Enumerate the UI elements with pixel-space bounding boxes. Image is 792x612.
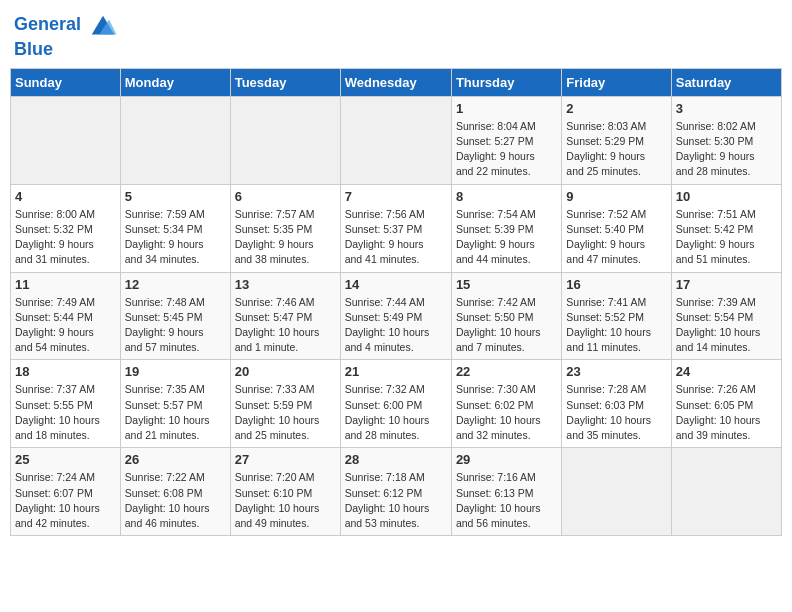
weekday-header-monday: Monday <box>120 68 230 96</box>
calendar-week-3: 11Sunrise: 7:49 AMSunset: 5:44 PMDayligh… <box>11 272 782 360</box>
calendar-header: SundayMondayTuesdayWednesdayThursdayFrid… <box>11 68 782 96</box>
calendar-cell: 12Sunrise: 7:48 AMSunset: 5:45 PMDayligh… <box>120 272 230 360</box>
calendar-cell: 21Sunrise: 7:32 AMSunset: 6:00 PMDayligh… <box>340 360 451 448</box>
day-info: Sunrise: 7:22 AMSunset: 6:08 PMDaylight:… <box>125 470 226 531</box>
calendar-cell <box>562 448 671 536</box>
day-info: Sunrise: 7:18 AMSunset: 6:12 PMDaylight:… <box>345 470 447 531</box>
day-number: 14 <box>345 277 447 292</box>
page-header: General Blue <box>10 10 782 60</box>
day-number: 13 <box>235 277 336 292</box>
calendar-cell <box>671 448 781 536</box>
day-info: Sunrise: 7:51 AMSunset: 5:42 PMDaylight:… <box>676 207 777 268</box>
day-info: Sunrise: 7:39 AMSunset: 5:54 PMDaylight:… <box>676 295 777 356</box>
calendar-cell: 26Sunrise: 7:22 AMSunset: 6:08 PMDayligh… <box>120 448 230 536</box>
day-number: 11 <box>15 277 116 292</box>
day-info: Sunrise: 7:35 AMSunset: 5:57 PMDaylight:… <box>125 382 226 443</box>
day-number: 23 <box>566 364 666 379</box>
calendar-cell: 10Sunrise: 7:51 AMSunset: 5:42 PMDayligh… <box>671 184 781 272</box>
calendar-cell: 1Sunrise: 8:04 AMSunset: 5:27 PMDaylight… <box>451 96 561 184</box>
day-number: 1 <box>456 101 557 116</box>
day-info: Sunrise: 7:41 AMSunset: 5:52 PMDaylight:… <box>566 295 666 356</box>
weekday-header-row: SundayMondayTuesdayWednesdayThursdayFrid… <box>11 68 782 96</box>
calendar-cell: 25Sunrise: 7:24 AMSunset: 6:07 PMDayligh… <box>11 448 121 536</box>
day-number: 7 <box>345 189 447 204</box>
day-number: 20 <box>235 364 336 379</box>
logo-icon <box>88 10 118 40</box>
calendar-cell: 16Sunrise: 7:41 AMSunset: 5:52 PMDayligh… <box>562 272 671 360</box>
calendar-cell: 22Sunrise: 7:30 AMSunset: 6:02 PMDayligh… <box>451 360 561 448</box>
calendar-cell: 5Sunrise: 7:59 AMSunset: 5:34 PMDaylight… <box>120 184 230 272</box>
day-number: 26 <box>125 452 226 467</box>
day-info: Sunrise: 7:44 AMSunset: 5:49 PMDaylight:… <box>345 295 447 356</box>
logo: General Blue <box>14 10 118 60</box>
logo-text: General <box>14 10 118 40</box>
day-number: 29 <box>456 452 557 467</box>
day-number: 21 <box>345 364 447 379</box>
day-number: 10 <box>676 189 777 204</box>
calendar-cell: 13Sunrise: 7:46 AMSunset: 5:47 PMDayligh… <box>230 272 340 360</box>
calendar-cell: 7Sunrise: 7:56 AMSunset: 5:37 PMDaylight… <box>340 184 451 272</box>
calendar-week-2: 4Sunrise: 8:00 AMSunset: 5:32 PMDaylight… <box>11 184 782 272</box>
calendar-week-4: 18Sunrise: 7:37 AMSunset: 5:55 PMDayligh… <box>11 360 782 448</box>
day-info: Sunrise: 8:00 AMSunset: 5:32 PMDaylight:… <box>15 207 116 268</box>
day-number: 5 <box>125 189 226 204</box>
calendar-cell: 27Sunrise: 7:20 AMSunset: 6:10 PMDayligh… <box>230 448 340 536</box>
day-number: 6 <box>235 189 336 204</box>
day-info: Sunrise: 7:26 AMSunset: 6:05 PMDaylight:… <box>676 382 777 443</box>
calendar-cell <box>11 96 121 184</box>
day-info: Sunrise: 7:48 AMSunset: 5:45 PMDaylight:… <box>125 295 226 356</box>
day-number: 25 <box>15 452 116 467</box>
day-info: Sunrise: 7:42 AMSunset: 5:50 PMDaylight:… <box>456 295 557 356</box>
day-number: 19 <box>125 364 226 379</box>
day-info: Sunrise: 7:32 AMSunset: 6:00 PMDaylight:… <box>345 382 447 443</box>
day-info: Sunrise: 7:56 AMSunset: 5:37 PMDaylight:… <box>345 207 447 268</box>
calendar-cell: 18Sunrise: 7:37 AMSunset: 5:55 PMDayligh… <box>11 360 121 448</box>
calendar-cell: 6Sunrise: 7:57 AMSunset: 5:35 PMDaylight… <box>230 184 340 272</box>
day-number: 3 <box>676 101 777 116</box>
day-number: 15 <box>456 277 557 292</box>
day-number: 27 <box>235 452 336 467</box>
day-info: Sunrise: 7:49 AMSunset: 5:44 PMDaylight:… <box>15 295 116 356</box>
day-number: 28 <box>345 452 447 467</box>
calendar-cell: 20Sunrise: 7:33 AMSunset: 5:59 PMDayligh… <box>230 360 340 448</box>
calendar-cell: 4Sunrise: 8:00 AMSunset: 5:32 PMDaylight… <box>11 184 121 272</box>
calendar-cell <box>340 96 451 184</box>
day-number: 8 <box>456 189 557 204</box>
day-info: Sunrise: 7:54 AMSunset: 5:39 PMDaylight:… <box>456 207 557 268</box>
calendar-cell: 24Sunrise: 7:26 AMSunset: 6:05 PMDayligh… <box>671 360 781 448</box>
calendar-cell: 28Sunrise: 7:18 AMSunset: 6:12 PMDayligh… <box>340 448 451 536</box>
day-info: Sunrise: 7:24 AMSunset: 6:07 PMDaylight:… <box>15 470 116 531</box>
day-info: Sunrise: 7:30 AMSunset: 6:02 PMDaylight:… <box>456 382 557 443</box>
day-info: Sunrise: 7:59 AMSunset: 5:34 PMDaylight:… <box>125 207 226 268</box>
day-number: 17 <box>676 277 777 292</box>
weekday-header-friday: Friday <box>562 68 671 96</box>
day-info: Sunrise: 7:20 AMSunset: 6:10 PMDaylight:… <box>235 470 336 531</box>
day-info: Sunrise: 7:16 AMSunset: 6:13 PMDaylight:… <box>456 470 557 531</box>
day-number: 12 <box>125 277 226 292</box>
calendar-cell: 29Sunrise: 7:16 AMSunset: 6:13 PMDayligh… <box>451 448 561 536</box>
weekday-header-wednesday: Wednesday <box>340 68 451 96</box>
weekday-header-sunday: Sunday <box>11 68 121 96</box>
calendar-cell: 14Sunrise: 7:44 AMSunset: 5:49 PMDayligh… <box>340 272 451 360</box>
day-info: Sunrise: 7:37 AMSunset: 5:55 PMDaylight:… <box>15 382 116 443</box>
calendar-cell: 3Sunrise: 8:02 AMSunset: 5:30 PMDaylight… <box>671 96 781 184</box>
day-number: 9 <box>566 189 666 204</box>
day-number: 24 <box>676 364 777 379</box>
day-info: Sunrise: 7:28 AMSunset: 6:03 PMDaylight:… <box>566 382 666 443</box>
day-number: 22 <box>456 364 557 379</box>
weekday-header-saturday: Saturday <box>671 68 781 96</box>
calendar-cell: 19Sunrise: 7:35 AMSunset: 5:57 PMDayligh… <box>120 360 230 448</box>
weekday-header-thursday: Thursday <box>451 68 561 96</box>
day-info: Sunrise: 7:33 AMSunset: 5:59 PMDaylight:… <box>235 382 336 443</box>
calendar-body: 1Sunrise: 8:04 AMSunset: 5:27 PMDaylight… <box>11 96 782 535</box>
calendar-cell <box>230 96 340 184</box>
day-number: 2 <box>566 101 666 116</box>
day-info: Sunrise: 7:57 AMSunset: 5:35 PMDaylight:… <box>235 207 336 268</box>
calendar-cell: 23Sunrise: 7:28 AMSunset: 6:03 PMDayligh… <box>562 360 671 448</box>
calendar-week-5: 25Sunrise: 7:24 AMSunset: 6:07 PMDayligh… <box>11 448 782 536</box>
day-info: Sunrise: 8:04 AMSunset: 5:27 PMDaylight:… <box>456 119 557 180</box>
calendar-cell: 17Sunrise: 7:39 AMSunset: 5:54 PMDayligh… <box>671 272 781 360</box>
calendar-week-1: 1Sunrise: 8:04 AMSunset: 5:27 PMDaylight… <box>11 96 782 184</box>
day-number: 18 <box>15 364 116 379</box>
day-info: Sunrise: 8:03 AMSunset: 5:29 PMDaylight:… <box>566 119 666 180</box>
